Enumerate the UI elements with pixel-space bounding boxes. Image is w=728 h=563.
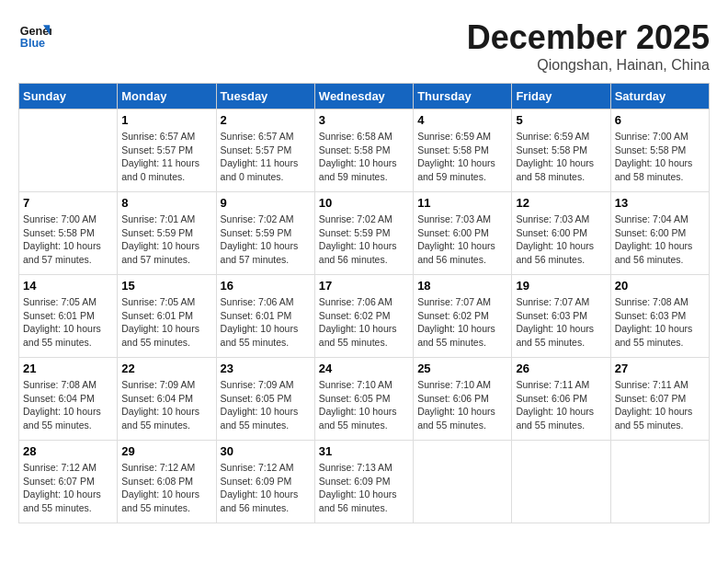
day-number: 5 xyxy=(516,113,606,127)
column-header-monday: Monday xyxy=(118,84,216,109)
day-info: Sunrise: 7:00 AMSunset: 5:58 PMDaylight:… xyxy=(615,130,705,184)
calendar-cell: 22Sunrise: 7:09 AMSunset: 6:04 PMDayligh… xyxy=(118,358,216,441)
day-number: 8 xyxy=(121,196,211,210)
month-title: December 2025 xyxy=(467,18,710,57)
week-row-2: 7Sunrise: 7:00 AMSunset: 5:58 PMDaylight… xyxy=(19,192,710,275)
calendar-cell: 30Sunrise: 7:12 AMSunset: 6:09 PMDayligh… xyxy=(216,441,314,523)
day-number: 25 xyxy=(417,362,507,375)
calendar-cell: 23Sunrise: 7:09 AMSunset: 6:05 PMDayligh… xyxy=(216,358,314,441)
day-info: Sunrise: 6:59 AMSunset: 5:58 PMDaylight:… xyxy=(417,130,507,184)
calendar-cell: 3Sunrise: 6:58 AMSunset: 5:58 PMDaylight… xyxy=(314,109,413,192)
column-header-tuesday: Tuesday xyxy=(216,84,314,109)
calendar-cell: 13Sunrise: 7:04 AMSunset: 6:00 PMDayligh… xyxy=(610,192,709,275)
week-row-5: 28Sunrise: 7:12 AMSunset: 6:07 PMDayligh… xyxy=(19,441,710,523)
day-number: 26 xyxy=(516,362,606,375)
day-info: Sunrise: 7:03 AMSunset: 6:00 PMDaylight:… xyxy=(516,213,606,267)
week-row-1: 1Sunrise: 6:57 AMSunset: 5:57 PMDaylight… xyxy=(19,109,710,192)
day-number: 14 xyxy=(23,279,113,293)
day-info: Sunrise: 7:02 AMSunset: 5:59 PMDaylight:… xyxy=(221,213,311,267)
calendar-cell: 14Sunrise: 7:05 AMSunset: 6:01 PMDayligh… xyxy=(19,275,118,358)
calendar-cell: 29Sunrise: 7:12 AMSunset: 6:08 PMDayligh… xyxy=(118,441,216,523)
calendar-cell: 7Sunrise: 7:00 AMSunset: 5:58 PMDaylight… xyxy=(19,192,118,275)
day-number: 4 xyxy=(417,113,507,127)
calendar-cell: 17Sunrise: 7:06 AMSunset: 6:02 PMDayligh… xyxy=(314,275,413,358)
day-info: Sunrise: 7:05 AMSunset: 6:01 PMDaylight:… xyxy=(23,295,113,350)
calendar-cell: 28Sunrise: 7:12 AMSunset: 6:07 PMDayligh… xyxy=(19,441,118,523)
column-header-saturday: Saturday xyxy=(610,84,709,109)
day-number: 23 xyxy=(221,362,311,375)
day-number: 12 xyxy=(516,196,606,210)
calendar-cell: 6Sunrise: 7:00 AMSunset: 5:58 PMDaylight… xyxy=(610,109,709,192)
week-row-3: 14Sunrise: 7:05 AMSunset: 6:01 PMDayligh… xyxy=(19,275,710,358)
calendar-cell: 31Sunrise: 7:13 AMSunset: 6:09 PMDayligh… xyxy=(314,441,413,523)
calendar-cell: 1Sunrise: 6:57 AMSunset: 5:57 PMDaylight… xyxy=(118,109,216,192)
calendar-cell: 9Sunrise: 7:02 AMSunset: 5:59 PMDaylight… xyxy=(216,192,314,275)
day-number: 2 xyxy=(221,113,311,127)
day-number: 11 xyxy=(417,196,507,210)
calendar-cell: 4Sunrise: 6:59 AMSunset: 5:58 PMDaylight… xyxy=(414,109,512,192)
day-number: 20 xyxy=(615,279,705,293)
day-number: 19 xyxy=(516,279,606,293)
day-info: Sunrise: 7:10 AMSunset: 6:05 PMDaylight:… xyxy=(319,378,409,432)
calendar-cell: 10Sunrise: 7:02 AMSunset: 5:59 PMDayligh… xyxy=(314,192,413,275)
calendar-cell: 20Sunrise: 7:08 AMSunset: 6:03 PMDayligh… xyxy=(610,275,709,358)
day-number: 7 xyxy=(23,196,113,210)
location-subtitle: Qiongshan, Hainan, China xyxy=(467,57,710,74)
day-info: Sunrise: 7:01 AMSunset: 5:59 PMDaylight:… xyxy=(121,213,211,267)
title-block: December 2025 Qiongshan, Hainan, China xyxy=(467,18,710,74)
logo-icon: General Blue xyxy=(18,18,51,52)
week-row-4: 21Sunrise: 7:08 AMSunset: 6:04 PMDayligh… xyxy=(19,358,710,441)
day-number: 21 xyxy=(23,362,113,375)
day-number: 17 xyxy=(319,279,409,293)
day-info: Sunrise: 7:12 AMSunset: 6:09 PMDaylight:… xyxy=(221,461,311,515)
day-info: Sunrise: 7:12 AMSunset: 6:08 PMDaylight:… xyxy=(121,461,211,515)
header-row: SundayMondayTuesdayWednesdayThursdayFrid… xyxy=(19,84,710,109)
day-number: 27 xyxy=(615,362,705,375)
column-header-sunday: Sunday xyxy=(19,84,118,109)
day-number: 9 xyxy=(221,196,311,210)
day-info: Sunrise: 6:58 AMSunset: 5:58 PMDaylight:… xyxy=(319,130,409,184)
logo: General Blue xyxy=(18,18,51,52)
calendar-cell xyxy=(610,441,709,523)
day-info: Sunrise: 7:07 AMSunset: 6:02 PMDaylight:… xyxy=(417,295,507,350)
calendar-cell: 18Sunrise: 7:07 AMSunset: 6:02 PMDayligh… xyxy=(414,275,512,358)
day-info: Sunrise: 7:10 AMSunset: 6:06 PMDaylight:… xyxy=(417,378,507,432)
day-number: 18 xyxy=(417,279,507,293)
day-number: 10 xyxy=(319,196,409,210)
day-info: Sunrise: 7:08 AMSunset: 6:03 PMDaylight:… xyxy=(615,295,705,350)
day-number: 29 xyxy=(121,444,211,458)
day-info: Sunrise: 7:04 AMSunset: 6:00 PMDaylight:… xyxy=(615,213,705,267)
day-info: Sunrise: 7:12 AMSunset: 6:07 PMDaylight:… xyxy=(23,461,113,515)
calendar-cell: 19Sunrise: 7:07 AMSunset: 6:03 PMDayligh… xyxy=(512,275,610,358)
day-number: 15 xyxy=(121,279,211,293)
calendar-cell: 25Sunrise: 7:10 AMSunset: 6:06 PMDayligh… xyxy=(414,358,512,441)
day-info: Sunrise: 7:02 AMSunset: 5:59 PMDaylight:… xyxy=(319,213,409,267)
calendar-cell: 16Sunrise: 7:06 AMSunset: 6:01 PMDayligh… xyxy=(216,275,314,358)
day-info: Sunrise: 7:09 AMSunset: 6:04 PMDaylight:… xyxy=(121,378,211,432)
day-info: Sunrise: 7:13 AMSunset: 6:09 PMDaylight:… xyxy=(319,461,409,515)
header: General Blue December 2025 Qiongshan, Ha… xyxy=(18,18,710,74)
calendar-cell: 12Sunrise: 7:03 AMSunset: 6:00 PMDayligh… xyxy=(512,192,610,275)
svg-text:Blue: Blue xyxy=(20,37,45,50)
day-number: 6 xyxy=(615,113,705,127)
day-info: Sunrise: 7:11 AMSunset: 6:07 PMDaylight:… xyxy=(615,378,705,432)
calendar-cell: 24Sunrise: 7:10 AMSunset: 6:05 PMDayligh… xyxy=(314,358,413,441)
day-info: Sunrise: 7:06 AMSunset: 6:02 PMDaylight:… xyxy=(319,295,409,350)
day-number: 22 xyxy=(121,362,211,375)
calendar-cell: 27Sunrise: 7:11 AMSunset: 6:07 PMDayligh… xyxy=(610,358,709,441)
day-number: 30 xyxy=(221,444,311,458)
calendar-table: SundayMondayTuesdayWednesdayThursdayFrid… xyxy=(18,83,710,523)
day-number: 31 xyxy=(319,444,409,458)
column-header-wednesday: Wednesday xyxy=(314,84,413,109)
day-info: Sunrise: 6:59 AMSunset: 5:58 PMDaylight:… xyxy=(516,130,606,184)
day-info: Sunrise: 7:07 AMSunset: 6:03 PMDaylight:… xyxy=(516,295,606,350)
day-number: 24 xyxy=(319,362,409,375)
calendar-cell: 26Sunrise: 7:11 AMSunset: 6:06 PMDayligh… xyxy=(512,358,610,441)
day-info: Sunrise: 7:06 AMSunset: 6:01 PMDaylight:… xyxy=(221,295,311,350)
calendar-cell xyxy=(414,441,512,523)
day-info: Sunrise: 7:00 AMSunset: 5:58 PMDaylight:… xyxy=(23,213,113,267)
calendar-cell: 15Sunrise: 7:05 AMSunset: 6:01 PMDayligh… xyxy=(118,275,216,358)
day-number: 28 xyxy=(23,444,113,458)
day-info: Sunrise: 7:09 AMSunset: 6:05 PMDaylight:… xyxy=(221,378,311,432)
calendar-cell: 8Sunrise: 7:01 AMSunset: 5:59 PMDaylight… xyxy=(118,192,216,275)
